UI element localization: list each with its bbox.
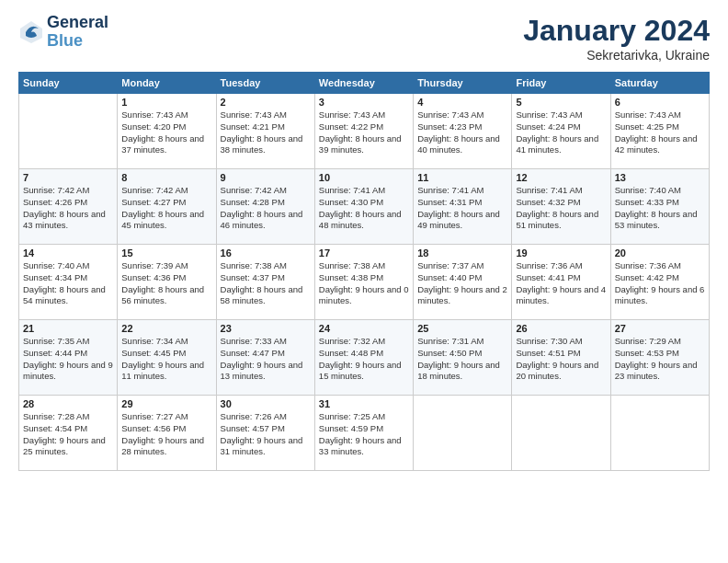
calendar-cell	[414, 396, 512, 471]
calendar-cell: 11Sunrise: 7:41 AMSunset: 4:31 PMDayligh…	[414, 169, 512, 245]
day-info: Sunrise: 7:41 AMSunset: 4:32 PMDaylight:…	[516, 185, 606, 232]
day-number: 15	[121, 247, 211, 259]
day-info: Sunrise: 7:37 AMSunset: 4:40 PMDaylight:…	[417, 260, 507, 307]
calendar-cell: 31Sunrise: 7:25 AMSunset: 4:59 PMDayligh…	[314, 396, 413, 471]
calendar-cell: 10Sunrise: 7:41 AMSunset: 4:30 PMDayligh…	[314, 169, 413, 245]
calendar-cell: 29Sunrise: 7:27 AMSunset: 4:56 PMDayligh…	[118, 396, 216, 471]
day-number: 6	[615, 97, 705, 108]
calendar-cell: 17Sunrise: 7:38 AMSunset: 4:38 PMDayligh…	[314, 245, 413, 320]
calendar-cell	[512, 396, 610, 471]
day-number: 20	[615, 247, 705, 259]
day-info: Sunrise: 7:35 AMSunset: 4:44 PMDaylight:…	[23, 336, 113, 383]
calendar-cell	[19, 94, 118, 169]
day-number: 18	[417, 247, 507, 259]
day-info: Sunrise: 7:43 AMSunset: 4:20 PMDaylight:…	[121, 109, 211, 156]
day-info: Sunrise: 7:40 AMSunset: 4:34 PMDaylight:…	[23, 260, 113, 307]
day-number: 26	[516, 323, 606, 334]
day-info: Sunrise: 7:25 AMSunset: 4:59 PMDaylight:…	[319, 411, 409, 458]
weekday-header: Sunday	[19, 73, 118, 94]
day-info: Sunrise: 7:36 AMSunset: 4:42 PMDaylight:…	[615, 260, 705, 307]
logo-text: General Blue	[47, 14, 108, 51]
day-info: Sunrise: 7:30 AMSunset: 4:51 PMDaylight:…	[516, 336, 606, 383]
calendar-week-row: 7Sunrise: 7:42 AMSunset: 4:26 PMDaylight…	[19, 169, 710, 245]
day-number: 11	[417, 172, 507, 183]
day-number: 22	[121, 323, 211, 334]
calendar-cell: 24Sunrise: 7:32 AMSunset: 4:48 PMDayligh…	[314, 320, 413, 396]
day-info: Sunrise: 7:36 AMSunset: 4:41 PMDaylight:…	[516, 260, 606, 307]
calendar-cell: 15Sunrise: 7:39 AMSunset: 4:36 PMDayligh…	[118, 245, 216, 320]
day-number: 8	[121, 172, 211, 183]
day-number: 21	[23, 323, 113, 334]
calendar-header-row: SundayMondayTuesdayWednesdayThursdayFrid…	[19, 73, 710, 94]
calendar-cell: 22Sunrise: 7:34 AMSunset: 4:45 PMDayligh…	[118, 320, 216, 396]
calendar-cell: 23Sunrise: 7:33 AMSunset: 4:47 PMDayligh…	[216, 320, 314, 396]
day-info: Sunrise: 7:43 AMSunset: 4:21 PMDaylight:…	[221, 109, 311, 156]
calendar-cell: 2Sunrise: 7:43 AMSunset: 4:21 PMDaylight…	[216, 94, 314, 169]
weekday-header: Monday	[118, 73, 216, 94]
weekday-header: Tuesday	[216, 73, 314, 94]
day-info: Sunrise: 7:27 AMSunset: 4:56 PMDaylight:…	[121, 411, 211, 458]
day-number: 5	[516, 97, 606, 108]
calendar-cell: 19Sunrise: 7:36 AMSunset: 4:41 PMDayligh…	[512, 245, 610, 320]
calendar-cell: 20Sunrise: 7:36 AMSunset: 4:42 PMDayligh…	[610, 245, 709, 320]
day-info: Sunrise: 7:38 AMSunset: 4:37 PMDaylight:…	[221, 260, 311, 307]
day-number: 23	[221, 323, 311, 334]
weekday-header: Friday	[512, 73, 610, 94]
day-info: Sunrise: 7:41 AMSunset: 4:30 PMDaylight:…	[319, 185, 409, 232]
weekday-header: Wednesday	[314, 73, 413, 94]
calendar-cell: 25Sunrise: 7:31 AMSunset: 4:50 PMDayligh…	[414, 320, 512, 396]
calendar-week-row: 1Sunrise: 7:43 AMSunset: 4:20 PMDaylight…	[19, 94, 710, 169]
day-info: Sunrise: 7:43 AMSunset: 4:25 PMDaylight:…	[615, 109, 705, 156]
day-info: Sunrise: 7:43 AMSunset: 4:22 PMDaylight:…	[319, 109, 409, 156]
calendar-table: SundayMondayTuesdayWednesdayThursdayFrid…	[18, 72, 710, 471]
day-number: 10	[319, 172, 409, 183]
calendar-cell: 5Sunrise: 7:43 AMSunset: 4:24 PMDaylight…	[512, 94, 610, 169]
logo-icon	[18, 19, 44, 45]
day-info: Sunrise: 7:34 AMSunset: 4:45 PMDaylight:…	[121, 336, 211, 383]
calendar-cell: 4Sunrise: 7:43 AMSunset: 4:23 PMDaylight…	[414, 94, 512, 169]
day-number: 16	[221, 247, 311, 259]
calendar-cell: 9Sunrise: 7:42 AMSunset: 4:28 PMDaylight…	[216, 169, 314, 245]
day-info: Sunrise: 7:29 AMSunset: 4:53 PMDaylight:…	[615, 336, 705, 383]
day-info: Sunrise: 7:42 AMSunset: 4:26 PMDaylight:…	[23, 185, 113, 232]
day-number: 13	[615, 172, 705, 183]
day-number: 27	[615, 323, 705, 334]
day-number: 2	[221, 97, 311, 108]
month-title: January 2024	[523, 14, 710, 48]
day-number: 1	[121, 97, 211, 108]
title-block: January 2024 Sekretarivka, Ukraine	[523, 14, 710, 63]
day-number: 29	[121, 398, 211, 409]
day-number: 3	[319, 97, 409, 108]
day-info: Sunrise: 7:28 AMSunset: 4:54 PMDaylight:…	[23, 411, 113, 458]
calendar-cell: 16Sunrise: 7:38 AMSunset: 4:37 PMDayligh…	[216, 245, 314, 320]
day-info: Sunrise: 7:33 AMSunset: 4:47 PMDaylight:…	[221, 336, 311, 383]
day-number: 31	[319, 398, 409, 409]
day-number: 7	[23, 172, 113, 183]
day-number: 30	[221, 398, 311, 409]
day-info: Sunrise: 7:32 AMSunset: 4:48 PMDaylight:…	[319, 336, 409, 383]
calendar-week-row: 21Sunrise: 7:35 AMSunset: 4:44 PMDayligh…	[19, 320, 710, 396]
weekday-header: Thursday	[414, 73, 512, 94]
calendar-cell: 14Sunrise: 7:40 AMSunset: 4:34 PMDayligh…	[19, 245, 118, 320]
calendar-cell: 27Sunrise: 7:29 AMSunset: 4:53 PMDayligh…	[610, 320, 709, 396]
calendar-cell	[610, 396, 709, 471]
calendar-cell: 1Sunrise: 7:43 AMSunset: 4:20 PMDaylight…	[118, 94, 216, 169]
calendar-cell: 6Sunrise: 7:43 AMSunset: 4:25 PMDaylight…	[610, 94, 709, 169]
day-info: Sunrise: 7:26 AMSunset: 4:57 PMDaylight:…	[221, 411, 311, 458]
day-number: 14	[23, 247, 113, 259]
day-info: Sunrise: 7:39 AMSunset: 4:36 PMDaylight:…	[121, 260, 211, 307]
calendar-week-row: 14Sunrise: 7:40 AMSunset: 4:34 PMDayligh…	[19, 245, 710, 320]
calendar-week-row: 28Sunrise: 7:28 AMSunset: 4:54 PMDayligh…	[19, 396, 710, 471]
weekday-header: Saturday	[610, 73, 709, 94]
day-info: Sunrise: 7:38 AMSunset: 4:38 PMDaylight:…	[319, 260, 409, 307]
day-number: 24	[319, 323, 409, 334]
calendar-cell: 26Sunrise: 7:30 AMSunset: 4:51 PMDayligh…	[512, 320, 610, 396]
calendar-cell: 28Sunrise: 7:28 AMSunset: 4:54 PMDayligh…	[19, 396, 118, 471]
day-info: Sunrise: 7:42 AMSunset: 4:28 PMDaylight:…	[221, 185, 311, 232]
day-info: Sunrise: 7:42 AMSunset: 4:27 PMDaylight:…	[121, 185, 211, 232]
logo: General Blue	[18, 14, 108, 51]
day-info: Sunrise: 7:41 AMSunset: 4:31 PMDaylight:…	[417, 185, 507, 232]
day-info: Sunrise: 7:31 AMSunset: 4:50 PMDaylight:…	[417, 336, 507, 383]
page: General Blue January 2024 Sekretarivka, …	[0, 0, 728, 563]
day-number: 28	[23, 398, 113, 409]
